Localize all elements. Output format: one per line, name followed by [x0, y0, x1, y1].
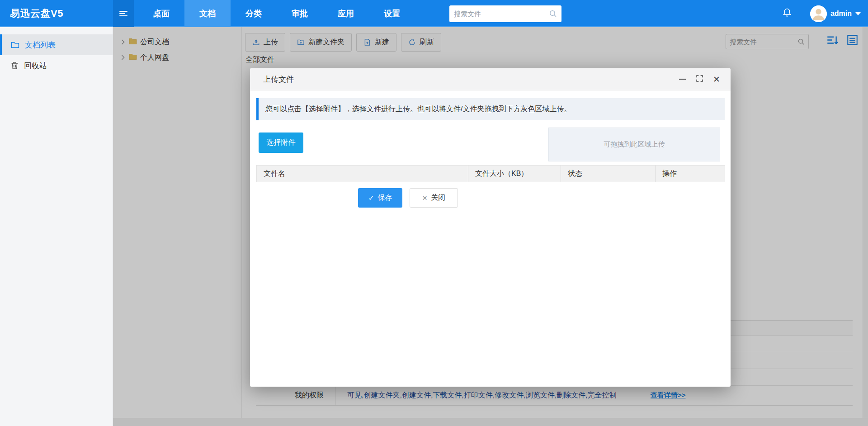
dropzone[interactable]: 可拖拽到此区域上传 [548, 128, 720, 161]
column-status: 状态 [561, 166, 656, 182]
save-button[interactable]: ✓ 保存 [358, 188, 402, 208]
folder-icon [11, 41, 19, 49]
close-button-label: 关闭 [431, 193, 445, 203]
notifications-button[interactable] [782, 8, 792, 19]
menu-button[interactable] [113, 0, 134, 27]
menu-icon [119, 11, 127, 16]
save-button-label: 保存 [377, 193, 392, 203]
top-bar: 易迅云盘V5 桌面 文档 分类 审批 应用 设置 admin [0, 0, 868, 27]
header-search-input[interactable] [454, 10, 549, 18]
user-menu[interactable]: admin [810, 5, 861, 22]
maximize-icon [696, 75, 703, 84]
nav-item-desktop[interactable]: 桌面 [138, 0, 184, 27]
sidebar-item-label: 回收站 [24, 61, 47, 71]
search-icon[interactable] [549, 9, 557, 18]
sidebar-item-label: 文档列表 [25, 40, 56, 50]
close-button[interactable]: ✕ [712, 75, 721, 83]
main-nav: 桌面 文档 分类 审批 应用 设置 [138, 0, 415, 27]
trash-icon [11, 62, 19, 70]
nav-item-apps[interactable]: 应用 [323, 0, 369, 27]
chevron-down-icon [855, 12, 861, 15]
username: admin [830, 9, 852, 18]
column-filesize: 文件大小（KB） [468, 166, 561, 182]
dialog-title: 上传文件 [263, 74, 294, 85]
sidebar: 文档列表 回收站 [0, 27, 113, 426]
nav-item-approval[interactable]: 审批 [277, 0, 323, 27]
check-icon: ✓ [368, 194, 374, 202]
close-icon: ✕ [713, 75, 720, 84]
column-operation: 操作 [656, 166, 725, 182]
dialog-close-button[interactable]: ✕ 关闭 [410, 188, 458, 208]
column-filename: 文件名 [257, 166, 468, 182]
upload-table-header: 文件名 文件大小（KB） 状态 操作 [256, 165, 725, 182]
dialog-header[interactable]: 上传文件 ✕ [250, 68, 731, 90]
nav-item-documents[interactable]: 文档 [184, 0, 231, 27]
x-icon: ✕ [422, 194, 428, 202]
dropzone-hint: 可拖拽到此区域上传 [604, 140, 665, 149]
app-logo: 易迅云盘V5 [0, 7, 113, 20]
maximize-button[interactable] [695, 75, 703, 83]
nav-item-settings[interactable]: 设置 [369, 0, 415, 27]
app: 易迅云盘V5 桌面 文档 分类 审批 应用 设置 admin [0, 0, 868, 426]
choose-file-button[interactable]: 选择附件 [259, 133, 303, 153]
sidebar-item-recycle-bin[interactable]: 回收站 [0, 55, 113, 76]
header-search [449, 5, 561, 22]
window-controls: ✕ [678, 75, 721, 83]
alert-banner: 您可以点击【选择附件】，选择文件进行上传。也可以将文件/文件夹拖拽到下方灰色区域… [256, 98, 725, 120]
upload-dialog: 上传文件 ✕ 您可以点击【选择附件】，选择文件进行上传。也可以将文件/文件夹拖拽… [250, 68, 731, 387]
bell-icon [782, 8, 792, 19]
alert-text: 您可以点击【选择附件】，选择文件进行上传。也可以将文件/文件夹拖拽到下方灰色区域… [265, 104, 571, 114]
sidebar-item-document-list[interactable]: 文档列表 [0, 34, 113, 55]
dialog-actions: ✓ 保存 ✕ 关闭 [358, 188, 458, 208]
avatar [810, 5, 827, 22]
minimize-button[interactable] [678, 75, 686, 83]
minimize-icon [679, 79, 686, 80]
nav-item-categories[interactable]: 分类 [231, 0, 277, 27]
